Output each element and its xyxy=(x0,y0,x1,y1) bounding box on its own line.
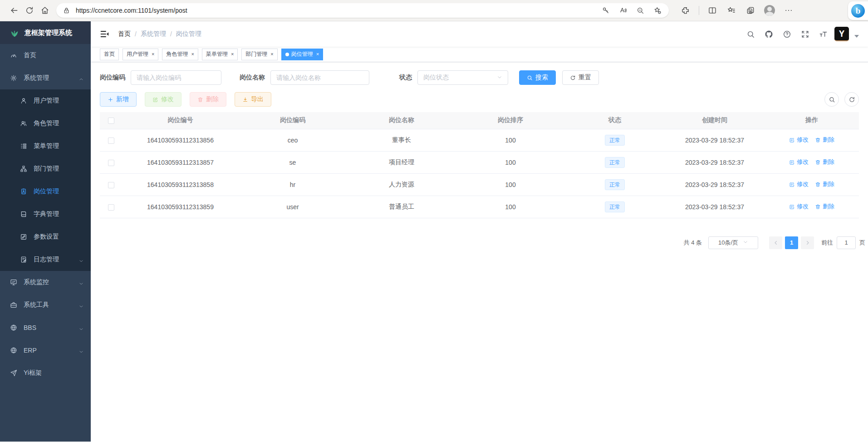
toggle-search-icon[interactable] xyxy=(824,92,839,107)
chevron-down-icon xyxy=(79,348,83,353)
split-screen-icon[interactable] xyxy=(705,3,720,18)
close-icon[interactable]: × xyxy=(231,52,234,57)
hamburger-icon[interactable] xyxy=(100,29,110,39)
sidebar-item-5[interactable]: 部门管理 xyxy=(0,157,91,180)
row-checkbox[interactable] xyxy=(108,182,114,188)
browser-toolbar: https://ccnetcore.com:1101/system/post b xyxy=(0,0,868,21)
sidebar-item-11[interactable]: 系统工具 xyxy=(0,294,91,316)
post-id-cell: 1641030593112313858 xyxy=(123,173,238,196)
post-code-label: 岗位编码 xyxy=(100,74,125,82)
row-checkbox[interactable] xyxy=(108,160,114,166)
toolbar-divider xyxy=(699,6,699,15)
sidebar-item-8[interactable]: 参数设置 xyxy=(0,226,91,248)
chevron-down-icon xyxy=(497,74,502,82)
tab-4[interactable]: 部门管理× xyxy=(241,49,277,60)
row-delete-link[interactable]: 删除 xyxy=(815,136,834,144)
more-icon[interactable] xyxy=(781,3,796,18)
github-icon[interactable] xyxy=(762,27,775,41)
status-badge: 正常 xyxy=(605,179,625,190)
header-checkbox-cell xyxy=(100,112,123,129)
row-edit-link[interactable]: 修改 xyxy=(789,136,809,144)
back-icon[interactable] xyxy=(6,3,22,18)
key-icon[interactable] xyxy=(599,4,613,17)
sidebar-item-label: 系统工具 xyxy=(24,301,49,309)
sidebar-item-4[interactable]: 菜单管理 xyxy=(0,135,91,157)
sidebar-item-9[interactable]: 日志管理 xyxy=(0,248,91,271)
sidebar: 意框架管理系统 首页系统管理用户管理角色管理菜单管理部门管理岗位管理字典管理参数… xyxy=(0,21,91,442)
post-name-input[interactable] xyxy=(276,74,363,81)
users-icon xyxy=(20,120,27,127)
url-bar[interactable]: https://ccnetcore.com:1101/system/post xyxy=(56,3,669,18)
goto-page-input[interactable] xyxy=(837,236,856,249)
page-number-button[interactable]: 1 xyxy=(785,236,798,249)
breadcrumb-item-0[interactable]: 首页 xyxy=(118,30,131,38)
app-title: 意框架管理系统 xyxy=(25,29,72,37)
status-badge: 正常 xyxy=(605,201,625,212)
chevron-down-icon xyxy=(79,280,83,285)
column-header: 操作 xyxy=(765,112,859,129)
row-delete-link[interactable]: 删除 xyxy=(815,180,834,188)
question-icon[interactable] xyxy=(780,27,794,41)
row-checkbox[interactable] xyxy=(108,138,114,144)
row-edit-link[interactable]: 修改 xyxy=(789,158,809,166)
sidebar-item-6[interactable]: 岗位管理 xyxy=(0,180,91,203)
chevron-down-icon[interactable] xyxy=(854,35,859,38)
sidebar-item-3[interactable]: 角色管理 xyxy=(0,112,91,135)
fullscreen-icon[interactable] xyxy=(798,27,812,41)
next-page-button[interactable] xyxy=(801,236,814,249)
row-delete-link[interactable]: 删除 xyxy=(815,158,834,166)
font-size-icon[interactable] xyxy=(816,27,830,41)
home-icon[interactable] xyxy=(37,3,53,18)
row-edit-link[interactable]: 修改 xyxy=(789,202,809,211)
bing-chat-button[interactable]: b xyxy=(848,1,868,20)
app-logo[interactable]: 意框架管理系统 xyxy=(0,21,91,44)
page-size-select[interactable]: 10条/页 xyxy=(708,236,758,249)
chevron-down-icon xyxy=(79,325,83,330)
close-icon[interactable]: × xyxy=(152,52,154,57)
row-delete-link[interactable]: 删除 xyxy=(815,202,834,211)
read-aloud-icon[interactable] xyxy=(616,4,630,17)
sidebar-item-0[interactable]: 首页 xyxy=(0,44,91,67)
profile-avatar[interactable] xyxy=(762,3,777,18)
status-select[interactable]: 岗位状态 xyxy=(417,70,508,85)
tab-0[interactable]: 首页 xyxy=(100,49,119,60)
sidebar-item-12[interactable]: BBS xyxy=(0,316,91,339)
sidebar-item-2[interactable]: 用户管理 xyxy=(0,89,91,112)
sidebar-item-13[interactable]: ERP xyxy=(0,339,91,362)
add-button[interactable]: 新增 xyxy=(100,92,137,107)
duplicate-tab-icon[interactable] xyxy=(743,3,758,18)
tab-5[interactable]: 岗位管理× xyxy=(281,49,323,60)
zoom-out-icon[interactable] xyxy=(633,4,647,17)
search-button[interactable]: 搜索 xyxy=(519,70,556,85)
close-icon[interactable]: × xyxy=(316,52,319,57)
row-checkbox[interactable] xyxy=(108,204,114,211)
post-name-input-wrap xyxy=(270,70,369,85)
user-avatar[interactable]: Y xyxy=(834,27,849,41)
sidebar-item-7[interactable]: 字典管理 xyxy=(0,203,91,226)
tab-1[interactable]: 用户管理× xyxy=(123,49,158,60)
favorite-add-icon[interactable] xyxy=(651,4,664,17)
sidebar-item-1[interactable]: 系统管理 xyxy=(0,67,91,89)
collections-icon[interactable] xyxy=(724,3,739,18)
breadcrumb-item-1: 系统管理 xyxy=(141,30,166,38)
close-icon[interactable]: × xyxy=(191,52,194,57)
post-sort-cell: 100 xyxy=(456,129,565,151)
refresh-table-icon[interactable] xyxy=(844,92,859,107)
row-edit-link[interactable]: 修改 xyxy=(789,180,809,188)
globe-icon xyxy=(10,324,17,331)
tab-3[interactable]: 菜单管理× xyxy=(202,49,238,60)
refresh-icon[interactable] xyxy=(22,3,37,18)
select-all-checkbox[interactable] xyxy=(108,118,114,124)
post-code-input[interactable] xyxy=(137,74,216,81)
reset-button[interactable]: 重置 xyxy=(562,70,599,85)
post-code-cell: hr xyxy=(238,173,347,196)
url-text[interactable]: https://ccnetcore.com:1101/system/post xyxy=(76,7,595,14)
sidebar-item-14[interactable]: Yi框架 xyxy=(0,362,91,384)
prev-page-button[interactable] xyxy=(769,236,782,249)
export-button[interactable]: 导出 xyxy=(235,92,271,107)
extensions-icon[interactable] xyxy=(678,3,693,18)
close-icon[interactable]: × xyxy=(270,52,273,57)
search-icon[interactable] xyxy=(744,27,757,41)
sidebar-item-10[interactable]: 系统监控 xyxy=(0,271,91,294)
tab-2[interactable]: 角色管理× xyxy=(162,49,198,60)
